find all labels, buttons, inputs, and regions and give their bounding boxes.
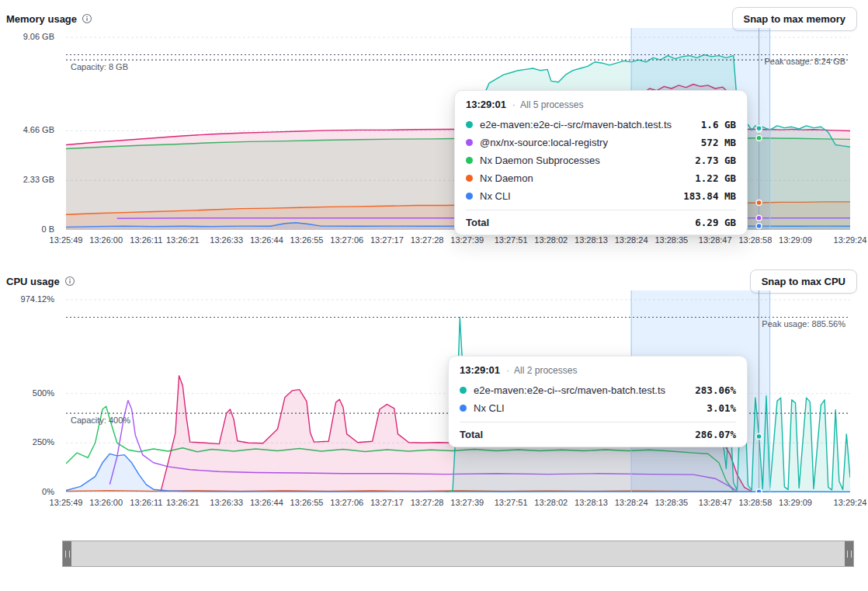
x-tick-label: 13:26:55 (290, 498, 324, 507)
x-tick-label: 13:26:44 (250, 498, 283, 507)
brush-handle-right[interactable] (845, 541, 853, 566)
x-tick-label: 13:26:21 (166, 235, 200, 245)
snap-to-max-memory-button[interactable]: Snap to max memory (732, 7, 858, 31)
x-tick-label: 13:28:47 (699, 235, 732, 245)
process-value: 572 MB (701, 137, 736, 148)
cursor-dot (756, 215, 762, 221)
tooltip-rows: e2e-maven:e2e-ci--src/maven-batch.test.t… (460, 381, 736, 417)
memory-chart-title: Memory usage (6, 13, 77, 25)
memory-plot-area[interactable]: 9.06 GB4.66 GB2.33 GB0 B 13:29:01 ·All 5… (66, 28, 850, 230)
cpu-header: CPU usage Snap to max CPU (0, 262, 868, 290)
process-value: 183.84 MB (683, 190, 736, 202)
x-tick-label: 13:25:49 (50, 235, 83, 245)
x-tick-label: 13:27:17 (370, 235, 404, 245)
x-tick-label: 13:27:39 (450, 235, 484, 245)
x-tick-label: 13:28:35 (654, 498, 688, 507)
tooltip-row: Nx CLI 183.84 MB (466, 187, 736, 205)
memory-title-wrap: Memory usage (6, 13, 92, 25)
x-tick-label: 13:27:06 (330, 498, 363, 507)
tooltip-time: 13:29:01 (460, 364, 500, 376)
x-tick-label: 13:26:11 (130, 498, 162, 507)
process-name: Nx Daemon Subprocesses (480, 155, 688, 166)
x-tick-label: 13:26:11 (130, 235, 162, 245)
y-tick-label: 2.33 GB (23, 175, 54, 184)
x-tick-label: 13:28:58 (738, 498, 772, 507)
process-name: Nx CLI (474, 402, 700, 414)
x-tick-label: 13:29:09 (779, 498, 812, 507)
x-tick-label: 13:28:24 (615, 235, 648, 245)
x-tick-label: 13:27:06 (330, 235, 363, 245)
y-tick-label: 974.12% (21, 294, 54, 304)
process-color-dot (460, 405, 467, 412)
tooltip-process-count: All 2 processes (514, 365, 577, 376)
y-tick-label: 0% (42, 487, 54, 496)
memory-header: Memory usage Snap to max memory (0, 0, 868, 28)
snap-to-max-cpu-button[interactable]: Snap to max CPU (750, 269, 857, 294)
x-tick-label: 13:28:02 (534, 235, 568, 245)
cpu-chart-title: CPU usage (6, 276, 60, 287)
process-name: Nx CLI (480, 190, 676, 202)
x-tick-label: 13:26:33 (210, 498, 243, 507)
tooltip-time: 13:29:01 (466, 99, 506, 110)
process-value: 3.01% (707, 402, 736, 414)
brush-selected-range[interactable] (71, 541, 845, 566)
cpu-tooltip: 13:29:01 ·All 2 processes e2e-maven:e2e-… (448, 356, 748, 447)
cpu-plot-area[interactable]: 974.12%500%250%0% 13:29:01 ·All 2 proces… (66, 290, 850, 492)
cursor-dot (756, 433, 762, 439)
x-tick-label: 13:26:00 (89, 235, 123, 245)
process-value: 1.22 GB (695, 172, 736, 184)
info-icon[interactable] (82, 13, 92, 24)
brush-handle-left[interactable] (63, 541, 71, 566)
tooltip-total-row: Total 286.07% (460, 422, 736, 440)
x-tick-label: 13:28:24 (615, 498, 648, 507)
process-color-dot (466, 175, 473, 182)
tooltip-process-count: All 5 processes (520, 99, 583, 110)
process-name: Nx Daemon (480, 172, 688, 184)
cpu-y-axis: 974.12%500%250%0% (0, 290, 61, 492)
tooltip-header: 13:29:01 ·All 2 processes (460, 364, 736, 376)
y-tick-label: 0 B (41, 224, 54, 234)
x-tick-label: 13:27:51 (495, 235, 528, 245)
cursor-dot (756, 200, 762, 205)
timeline-brush[interactable] (62, 541, 854, 567)
x-tick-label: 13:28:13 (575, 235, 608, 245)
x-tick-label: 13:27:28 (411, 498, 444, 507)
x-tick-label: 13:28:47 (699, 498, 732, 507)
total-value: 286.07% (695, 429, 736, 440)
process-color-dot (466, 121, 473, 128)
tooltip-row: e2e-maven:e2e-ci--src/maven-batch.test.t… (466, 116, 736, 134)
process-color-dot (460, 387, 467, 394)
tooltip-separator: · (512, 99, 516, 110)
cursor-dot (756, 135, 762, 141)
x-tick-label: 13:28:35 (654, 235, 688, 245)
x-tick-label: 13:27:39 (450, 498, 484, 507)
tooltip-subtitle: ·All 2 processes (506, 365, 577, 376)
memory-x-axis: 13:25:4913:26:0013:26:1113:26:2113:26:33… (66, 233, 850, 252)
x-tick-label: 13:26:55 (290, 235, 324, 245)
tooltip-subtitle: ·All 5 processes (512, 99, 583, 110)
cursor-dot (756, 224, 762, 229)
tooltip-rows: e2e-maven:e2e-ci--src/maven-batch.test.t… (466, 116, 736, 205)
cpu-title-wrap: CPU usage (6, 276, 75, 287)
y-tick-label: 500% (33, 388, 54, 398)
x-tick-label: 13:27:17 (370, 498, 404, 507)
y-tick-label: 250% (33, 437, 54, 447)
tooltip-row: Nx CLI 3.01% (460, 399, 736, 417)
x-tick-label: 13:29:09 (779, 235, 812, 245)
brush-grip-icon (65, 551, 70, 558)
x-tick-label: 13:26:33 (210, 235, 243, 245)
process-value: 283.06% (695, 384, 736, 396)
tooltip-header: 13:29:01 ·All 5 processes (466, 99, 736, 110)
x-tick-label: 13:26:00 (89, 498, 123, 507)
info-icon[interactable] (64, 276, 75, 287)
total-label: Total (466, 217, 695, 228)
tooltip-row: Nx Daemon 1.22 GB (466, 169, 736, 187)
x-tick-label: 13:29:24 (834, 498, 867, 507)
tooltip-total-row: Total 6.29 GB (466, 210, 736, 228)
process-value: 1.6 GB (701, 119, 736, 130)
tooltip-row: @nx/nx-source:local-registry 572 MB (466, 134, 736, 151)
memory-y-axis: 9.06 GB4.66 GB2.33 GB0 B (0, 28, 61, 230)
process-color-dot (466, 157, 473, 164)
process-value: 2.73 GB (695, 155, 736, 166)
cpu-usage-section: CPU usage Snap to max CPU 974.12%500%250… (0, 262, 868, 514)
